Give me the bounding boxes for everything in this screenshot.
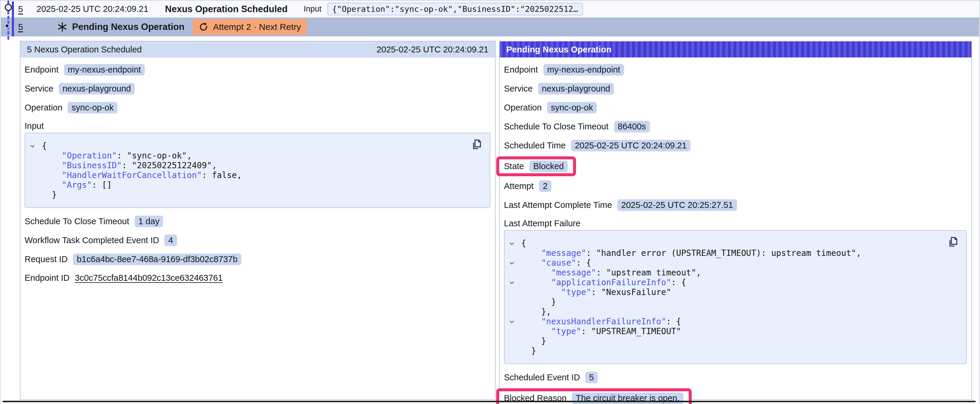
bottom-divider: [3, 401, 975, 402]
field-row-scheduled-time: Scheduled Time2025-02-25 UTC 20:24:09.21: [504, 140, 967, 151]
field-label: Request ID: [25, 254, 68, 264]
collapse-chevron-icon[interactable]: [509, 317, 521, 325]
field-value-badge: 1 day: [135, 215, 164, 227]
field-row-schedule-to-close-timeout: Schedule To Close Timeout1 day: [25, 215, 490, 227]
event-detail-body: Endpointmy-nexus-endpointServicenexus-pl…: [21, 57, 495, 284]
attempt-retry-badge: Attempt 2 · Next Retry: [193, 19, 307, 35]
field-label: Service: [25, 84, 53, 93]
event-timestamp: 2025-02-25 UTC 20:24:09.21: [37, 4, 148, 14]
field-label: Endpoint ID: [25, 273, 70, 283]
code-text: "type": "NexusFailure": [521, 287, 671, 297]
code-line: "nexusHandlerFailureInfo": {: [509, 317, 960, 326]
field-row-endpoint-id: Endpoint ID3c0c75ccfa8144b092c13ce632463…: [25, 273, 490, 284]
event-row-nexus-operation-scheduled[interactable]: 5 2025-02-25 UTC 20:24:09.21 Nexus Opera…: [1, 1, 979, 17]
code-gutter: [509, 346, 521, 348]
last-attempt-failure-json-viewer: { "message": "handler error (UPSTREAM_TI…: [504, 230, 967, 364]
code-text: "HandlerWaitForCancellation": false,: [42, 170, 242, 180]
field-label: Endpoint: [504, 65, 538, 74]
section-label-last-attempt-failure: Last Attempt Failure: [504, 218, 967, 228]
pending-operation-body: Endpointmy-nexus-endpointServicenexus-pl…: [500, 57, 971, 404]
code-text: }: [42, 190, 57, 200]
field-label: Service: [504, 84, 533, 93]
field-value-badge: my-nexus-endpoint: [543, 64, 624, 76]
event-detail-header: 5 Nexus Operation Scheduled 2025-02-25 U…: [21, 41, 495, 57]
field-value-badge: The circuit breaker is open.: [572, 393, 683, 404]
code-line: "type": "UPSTREAM_TIMEOUT": [509, 326, 960, 336]
code-line: "Operation": "sync-op-ok",: [29, 151, 484, 160]
code-text: }: [521, 346, 536, 356]
code-line: "applicationFailureInfo": {: [509, 277, 960, 287]
collapse-chevron-icon[interactable]: [509, 238, 521, 247]
code-text: "nexusHandlerFailureInfo": {: [521, 317, 681, 326]
code-gutter: [509, 287, 521, 289]
field-value-badge: sync-op-ok: [68, 102, 118, 113]
field-value-badge: my-nexus-endpoint: [64, 64, 145, 76]
code-gutter: [509, 268, 521, 270]
field-row-service: Servicenexus-playground: [25, 83, 490, 95]
field-value-badge: 86400s: [614, 121, 650, 132]
code-gutter: [29, 190, 42, 192]
code-line: "BusinessID": "20250225122409",: [29, 160, 484, 170]
code-line: "message": "handler error (UPSTREAM_TIME…: [509, 248, 960, 258]
code-text: "applicationFailureInfo": {: [521, 277, 686, 287]
input-preview-badge: {"Operation":"sync-op-ok","BusinessID":"…: [328, 3, 583, 16]
code-gutter: [509, 307, 521, 309]
pending-operation-header-title: Pending Nexus Operation: [506, 45, 612, 54]
field-value-badge: b1c6a4bc-8ee7-468a-9169-df3b02c8737b: [73, 253, 242, 265]
field-row-last-attempt-complete-time: Last Attempt Complete Time2025-02-25 UTC…: [504, 199, 967, 211]
code-line: "Args": []: [29, 180, 484, 190]
code-line: }: [509, 346, 960, 356]
retry-icon: [199, 22, 208, 32]
field-value-link[interactable]: 3c0c75ccfa8144b092c13ce632463761: [75, 273, 223, 283]
code-gutter: [29, 170, 42, 173]
event-detail-header-time: 2025-02-25 UTC 20:24:09.21: [377, 45, 488, 54]
event-id-link[interactable]: 5: [18, 4, 24, 14]
event-title: Nexus Operation Scheduled: [165, 4, 287, 14]
code-text: "Args": []: [42, 180, 112, 190]
code-line: "HandlerWaitForCancellation": false,: [29, 170, 484, 180]
code-line: "type": "NexusFailure": [509, 287, 960, 297]
copy-icon: [947, 236, 958, 248]
field-value-badge: 5: [585, 372, 598, 383]
code-gutter: [509, 297, 521, 299]
field-row-workflow-task-completed-event-id: Workflow Task Completed Event ID4: [25, 234, 490, 246]
code-line: },: [509, 307, 960, 317]
code-gutter: [29, 151, 42, 153]
code-text: "message": "handler error (UPSTREAM_TIME…: [521, 248, 861, 258]
field-label: Operation: [25, 103, 62, 112]
collapse-chevron-icon[interactable]: [509, 277, 521, 286]
field-label: Operation: [504, 103, 542, 112]
code-gutter: [509, 248, 521, 250]
code-line: {: [29, 141, 484, 151]
code-line: }: [29, 190, 484, 200]
copy-button[interactable]: [471, 139, 482, 151]
field-row-attempt: Attempt2: [504, 181, 967, 192]
field-value-badge: Blocked: [530, 160, 568, 172]
event-detail-panel: 5 Nexus Operation Scheduled 2025-02-25 U…: [20, 41, 496, 400]
field-label: Scheduled Event ID: [504, 372, 580, 382]
field-row-operation: Operationsync-op-ok: [25, 102, 490, 113]
code-line: }: [509, 336, 960, 346]
pending-asterisk-icon: [57, 22, 67, 32]
field-row-endpoint: Endpointmy-nexus-endpoint: [25, 64, 490, 76]
event-input-label: Input: [304, 5, 321, 14]
field-value-badge: 2025-02-25 UTC 20:24:09.21: [571, 140, 690, 151]
code-line: "cause": {: [509, 258, 960, 268]
field-label: Attempt: [504, 181, 534, 191]
field-label: Schedule To Close Timeout: [504, 122, 609, 131]
field-value-badge: 2025-02-25 UTC 20:25:27.51: [617, 199, 737, 211]
collapse-chevron-icon[interactable]: [29, 141, 42, 149]
field-value-badge: 2: [539, 181, 551, 192]
event-id-link[interactable]: 5: [18, 22, 24, 32]
field-value-badge: nexus-playground: [538, 83, 614, 95]
code-text: }: [521, 336, 546, 346]
collapse-chevron-icon[interactable]: [509, 258, 521, 266]
code-gutter: [509, 336, 521, 338]
copy-button[interactable]: [947, 236, 958, 249]
timeline-event-node-icon: [5, 4, 12, 11]
pending-operation-header: Pending Nexus Operation: [500, 41, 971, 57]
copy-icon: [471, 139, 482, 151]
event-row-pending-nexus-operation[interactable]: 5 Pending Nexus Operation Attempt 2 · Ne…: [1, 17, 979, 36]
pending-operation-panel: Pending Nexus Operation Endpointmy-nexus…: [499, 41, 972, 400]
field-label: Endpoint: [25, 65, 59, 74]
